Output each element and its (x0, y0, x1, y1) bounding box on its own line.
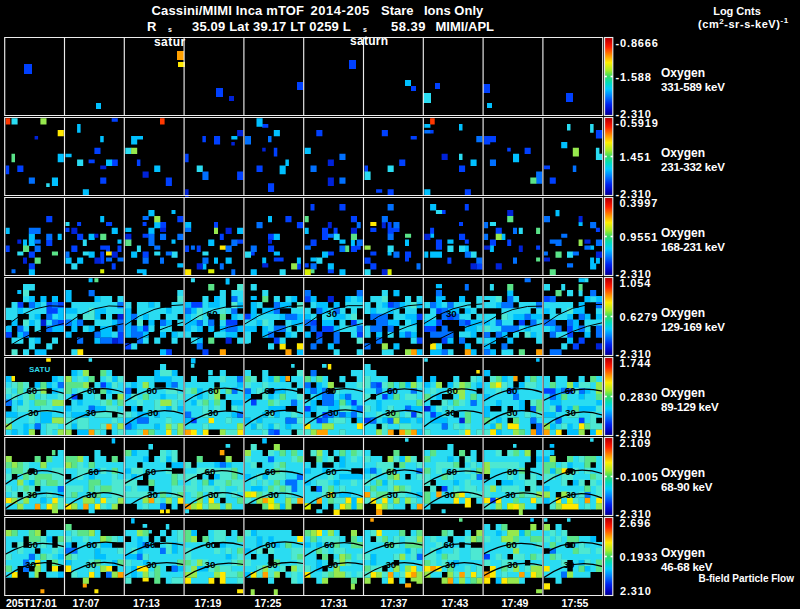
svg-text:30: 30 (205, 559, 216, 570)
svg-text:Oxygen: Oxygen (661, 66, 705, 80)
svg-text:60: 60 (88, 466, 99, 477)
svg-text:30: 30 (86, 489, 97, 500)
svg-text:0.6279: 0.6279 (620, 311, 659, 323)
svg-text:30: 30 (385, 559, 396, 570)
svg-text:60: 60 (205, 466, 216, 477)
svg-text:s: s (168, 26, 172, 33)
svg-text:17:37: 17:37 (381, 597, 408, 609)
svg-text:168-231 keV: 168-231 keV (661, 241, 725, 253)
svg-text:30: 30 (148, 407, 159, 418)
svg-text:2014-205: 2014-205 (311, 3, 370, 18)
svg-text:129-169 keV: 129-169 keV (661, 321, 725, 333)
svg-text:Ions Only: Ions Only (424, 3, 484, 18)
svg-text:30: 30 (267, 559, 278, 570)
svg-text:30: 30 (328, 407, 339, 418)
svg-text:60: 60 (565, 539, 576, 550)
svg-text:60: 60 (326, 466, 337, 477)
svg-text:60: 60 (208, 385, 219, 396)
svg-text:60: 60 (145, 466, 156, 477)
svg-text:30: 30 (387, 489, 398, 500)
svg-text:-0.5919: -0.5919 (616, 117, 659, 129)
svg-text:30: 30 (208, 489, 219, 500)
svg-text:Oxygen: Oxygen (661, 146, 705, 160)
svg-text:satur: satur (154, 35, 186, 49)
svg-text:30: 30 (27, 489, 38, 500)
svg-text:30: 30 (564, 559, 575, 570)
svg-text:30: 30 (507, 407, 518, 418)
svg-text:30: 30 (146, 559, 157, 570)
svg-text:60: 60 (325, 385, 336, 396)
svg-text:Oxygen: Oxygen (661, 546, 705, 560)
svg-text:35.09 Lat 39.17 LT 0259 L: 35.09 Lat 39.17 LT 0259 L (192, 19, 351, 34)
svg-text:30: 30 (264, 407, 275, 418)
svg-text:60: 60 (26, 385, 37, 396)
svg-text:60: 60 (207, 308, 218, 319)
svg-text:30: 30 (208, 407, 219, 418)
svg-text:B-field Particle Flow: B-field Particle Flow (698, 573, 794, 584)
svg-text:30: 30 (85, 407, 96, 418)
svg-text:0.9551: 0.9551 (620, 231, 659, 243)
svg-text:46-68 keV: 46-68 keV (661, 561, 713, 573)
svg-text:1.451: 1.451 (620, 151, 652, 163)
svg-text:60: 60 (145, 539, 156, 550)
svg-text:30: 30 (565, 489, 576, 500)
svg-text:60: 60 (86, 539, 97, 550)
svg-text:2.109: 2.109 (620, 437, 652, 449)
svg-text:(cm2-sr-s-keV)-1: (cm2-sr-s-keV)-1 (698, 16, 789, 30)
svg-text:Log Cnts: Log Cnts (713, 5, 761, 17)
svg-text:17:19: 17:19 (195, 597, 222, 609)
svg-text:Cassini/MIMI Inca mTOF: Cassini/MIMI Inca mTOF (152, 3, 305, 18)
svg-text:17:25: 17:25 (255, 597, 282, 609)
svg-text:60: 60 (507, 466, 518, 477)
svg-text:17:55: 17:55 (562, 597, 589, 609)
svg-text:60: 60 (447, 385, 458, 396)
svg-text:331-589 keV: 331-589 keV (661, 81, 725, 93)
svg-text:30: 30 (445, 407, 456, 418)
svg-text:60: 60 (27, 539, 38, 550)
svg-text:60: 60 (264, 385, 275, 396)
svg-text:1.744: 1.744 (620, 357, 652, 369)
svg-text:30: 30 (25, 559, 36, 570)
svg-text:60: 60 (324, 539, 335, 550)
svg-text:2.310: 2.310 (620, 585, 652, 597)
svg-text:-1.588: -1.588 (616, 71, 652, 83)
svg-text:60: 60 (87, 385, 98, 396)
svg-text:60: 60 (265, 539, 276, 550)
svg-text:0.3997: 0.3997 (620, 197, 659, 209)
svg-text:30: 30 (446, 308, 457, 319)
svg-text:60: 60 (146, 385, 157, 396)
svg-text:30: 30 (505, 489, 516, 500)
svg-text:17:43: 17:43 (442, 597, 469, 609)
svg-text:205T17:01: 205T17:01 (6, 597, 57, 609)
svg-text:SATU: SATU (29, 365, 50, 374)
svg-text:30: 30 (326, 489, 337, 500)
svg-text:30: 30 (385, 407, 396, 418)
svg-text:60: 60 (384, 539, 395, 550)
svg-text:17:31: 17:31 (321, 597, 348, 609)
svg-text:30: 30 (28, 407, 39, 418)
svg-text:89-129 keV: 89-129 keV (661, 401, 719, 413)
svg-text:60: 60 (205, 539, 216, 550)
svg-text:2.696: 2.696 (620, 517, 652, 529)
svg-text:-0.8666: -0.8666 (616, 37, 659, 49)
svg-text:0.2830: 0.2830 (620, 391, 659, 403)
svg-text:MIMI/APL: MIMI/APL (436, 19, 495, 34)
svg-text:58.39: 58.39 (391, 19, 426, 34)
svg-text:Oxygen: Oxygen (661, 306, 705, 320)
svg-text:R: R (147, 19, 157, 34)
svg-text:-0.1005: -0.1005 (616, 471, 659, 483)
svg-text:60: 60 (444, 539, 455, 550)
svg-text:17:49: 17:49 (502, 597, 529, 609)
svg-text:Oxygen: Oxygen (661, 466, 705, 480)
svg-text:60: 60 (565, 385, 576, 396)
svg-text:0.1933: 0.1933 (620, 551, 659, 563)
svg-text:30: 30 (147, 489, 158, 500)
svg-text:60: 60 (446, 466, 457, 477)
svg-text:30: 30 (565, 407, 576, 418)
svg-text:30: 30 (327, 559, 338, 570)
svg-text:60: 60 (507, 385, 518, 396)
svg-text:30: 30 (445, 559, 456, 570)
svg-text:17:07: 17:07 (73, 597, 100, 609)
svg-text:231-332 keV: 231-332 keV (661, 161, 725, 173)
svg-text:68-90 keV: 68-90 keV (661, 481, 713, 493)
